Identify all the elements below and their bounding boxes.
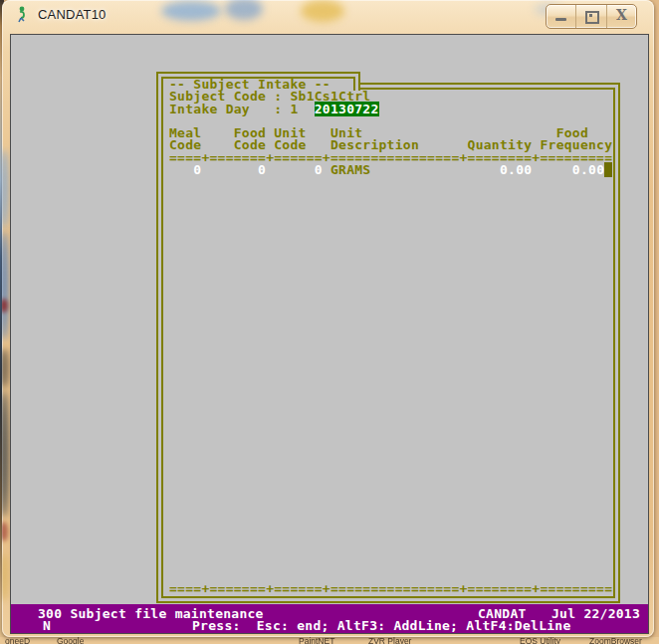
desktop-icon-label[interactable]: PaintNET [299,636,334,644]
row-quantity-frequency[interactable]: 0.00 0.00 [500,162,604,177]
minimize-icon [555,18,566,21]
desktop-icon-label[interactable]: Google [57,636,84,644]
close-icon: X [607,7,636,23]
status-flag: N [43,618,51,633]
desktop-icon-label[interactable]: oneeD [5,636,30,644]
form-content: -- Subject Intake -- Subject Code : Sb1C… [169,79,612,176]
status-bar: 300 Subject file maintenance CANDAT Jul … [11,604,648,633]
intake-date-field[interactable]: 20130722 [315,102,379,116]
row-code-values[interactable]: 0 0 0 [169,162,323,177]
minimize-button[interactable] [547,5,576,28]
console-screen: -- Subject Intake -- Subject Code : Sb1C… [10,34,649,634]
app-icon [15,6,31,23]
window-title: CANDAT10 [38,7,107,22]
desktop-icon-label[interactable]: ZoomBrowser [589,636,642,644]
close-button[interactable]: X [607,5,636,28]
titlebar[interactable]: CANDAT10 X [2,0,654,29]
desktop-icon-label[interactable]: EOS Utility [520,636,560,644]
status-key-hints: Press: Esc: end; AltF3: AddLine; AltF4:D… [192,618,571,633]
intake-day-label: Intake Day : 1 [169,102,315,116]
window-controls: X [546,4,637,29]
desktop-icon-label[interactable]: ZVR Player [368,636,411,644]
row-unit-description[interactable]: GRAMS [323,162,500,177]
maximize-button[interactable] [576,5,606,28]
maximize-icon [585,11,599,24]
text-cursor [604,162,612,177]
table-bottom-separator: ====+=======+======+================+===… [169,583,612,595]
candat-window: CANDAT10 X -- Subject Intake -- Subject … [2,0,654,637]
